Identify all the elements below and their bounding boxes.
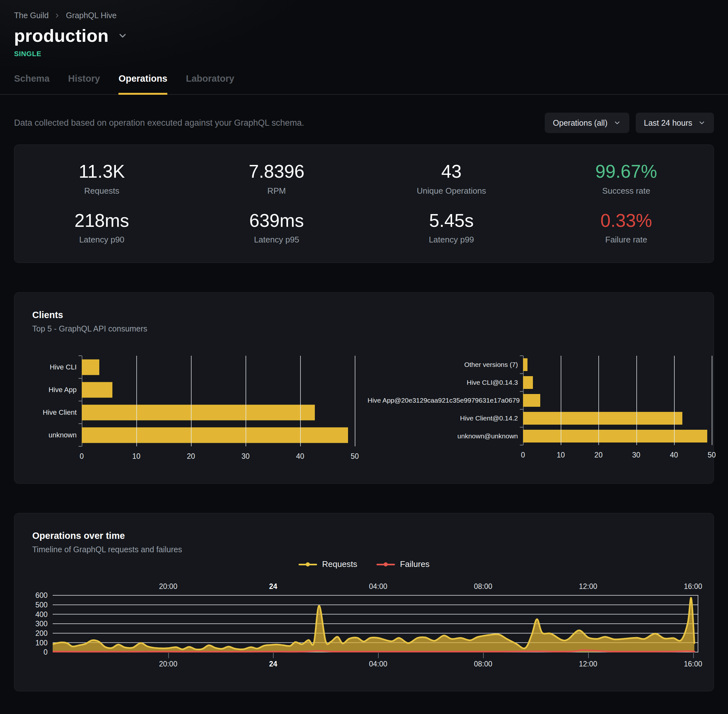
clients-subtitle: Top 5 - GraphQL API consumers: [32, 324, 696, 333]
filter-controls: Operations (all)Last 24 hours: [545, 112, 714, 133]
y-axis-labels: 0100200300400500600: [32, 593, 53, 654]
clients-by-name-chart[interactable]: Hive CLIHive AppHive Clientunknown010203…: [32, 356, 355, 465]
toolbar: Data collected based on operation execut…: [14, 112, 714, 133]
tab-laboratory[interactable]: Laboratory: [186, 74, 234, 94]
bar-category-label: Other versions (7): [367, 361, 523, 369]
stat-requests: 11.3KRequests: [14, 161, 190, 196]
bar-row: unknown@unknown: [367, 427, 712, 445]
legend-dot: [384, 562, 388, 566]
bar-category-label: Hive CLI@0.14.3: [367, 379, 523, 386]
x-axis-label: 08:00: [474, 660, 492, 668]
x-axis-tick: [168, 653, 169, 658]
bar[interactable]: [523, 412, 682, 424]
bar-gridline: [355, 356, 355, 446]
bar-track: [82, 401, 355, 424]
x-axis-bottom-labels: 20:002404:0008:0012:0016:00: [53, 654, 698, 672]
bar-x-tick-label: 30: [241, 452, 250, 460]
bar[interactable]: [82, 382, 113, 398]
stat-latency-p95: 639msLatency p95: [190, 211, 364, 245]
bar-track: [523, 392, 712, 410]
target-selector[interactable]: production: [14, 25, 714, 46]
chevron-down-icon: [614, 119, 621, 127]
bar-category-label: unknown: [32, 431, 82, 439]
tab-bar: SchemaHistoryOperationsLaboratory: [0, 74, 728, 95]
operations-filter-value: Operations (all): [553, 118, 608, 128]
bar[interactable]: [523, 358, 528, 371]
legend-marker: [299, 560, 317, 569]
bar-category-label: Hive CLI: [32, 363, 82, 371]
stat-success-rate: 99.67%Success rate: [539, 161, 714, 196]
operations-timeline-chart[interactable]: 20:002404:0008:0012:0016:000100200300400…: [32, 579, 698, 672]
timeline-plot[interactable]: [53, 593, 698, 654]
bar-x-tick-label: 20: [594, 451, 603, 459]
x-axis-label: 04:00: [369, 582, 387, 591]
tab-history[interactable]: History: [68, 74, 100, 94]
y-axis-label: 200: [35, 629, 48, 638]
y-axis-label: 100: [35, 638, 48, 647]
bar-row: unknown: [32, 424, 355, 446]
x-axis-label: 12:00: [579, 582, 597, 591]
breadcrumb-org[interactable]: The Guild: [14, 11, 48, 20]
bar-x-tick-label: 50: [350, 452, 359, 460]
bar-row: Hive CLI@0.14.3: [367, 374, 712, 392]
breadcrumb: The Guild GraphQL Hive: [14, 11, 714, 20]
bar[interactable]: [523, 430, 707, 442]
legend-item-requests[interactable]: Requests: [299, 559, 357, 569]
bar[interactable]: [82, 359, 99, 375]
requests-area: [53, 598, 695, 652]
chevron-right-icon: [54, 12, 61, 19]
bar-rows: Hive CLIHive AppHive Clientunknown: [32, 356, 355, 446]
bar-category-label: unknown@unknown: [367, 432, 523, 440]
tab-operations[interactable]: Operations: [119, 74, 167, 95]
breadcrumb-project[interactable]: GraphQL Hive: [66, 11, 117, 20]
stat-value: 11.3K: [14, 161, 190, 182]
bar[interactable]: [82, 405, 315, 420]
bar[interactable]: [82, 427, 348, 443]
bar-category-label: Hive Client@0.14.2: [367, 414, 523, 422]
page-header: The Guild GraphQL Hive production SINGLE…: [0, 0, 728, 95]
x-axis-label: 12:00: [579, 660, 597, 668]
stat-label: Latency p95: [190, 235, 364, 245]
time-range-filter-dropdown[interactable]: Last 24 hours: [636, 112, 714, 133]
x-axis-label: 24: [269, 582, 277, 591]
bar-x-tick-label: 20: [187, 452, 195, 460]
stat-value: 0.33%: [539, 211, 714, 231]
stat-label: Latency p99: [364, 235, 539, 245]
tabs: SchemaHistoryOperationsLaboratory: [14, 74, 714, 94]
clients-title: Clients: [32, 310, 696, 320]
stat-value: 5.45s: [364, 211, 539, 231]
bar-track: [82, 378, 355, 401]
operations-subtitle: Timeline of GraphQL requests and failure…: [32, 545, 696, 554]
stats-summary-card: 11.3KRequests7.8396RPM43Unique Operation…: [14, 144, 714, 263]
operations-over-time-card: Operations over time Timeline of GraphQL…: [14, 513, 714, 692]
y-axis-label: 400: [35, 610, 48, 619]
bar-track: [523, 374, 712, 392]
chart-legend: RequestsFailures: [32, 559, 696, 569]
stat-label: Success rate: [539, 186, 714, 196]
y-axis-label: 0: [44, 648, 48, 657]
main-content: Data collected based on operation execut…: [0, 112, 728, 704]
bar[interactable]: [523, 394, 540, 407]
target-type-badge: SINGLE: [14, 50, 714, 58]
bar-x-tick-label: 0: [80, 452, 84, 460]
legend-label: Requests: [322, 559, 357, 569]
clients-by-version-chart[interactable]: Other versions (7)Hive CLI@0.14.3Hive Ap…: [367, 356, 712, 465]
x-axis-tick: [483, 653, 484, 658]
legend-item-failures[interactable]: Failures: [376, 559, 429, 569]
bar-category-label: Hive App@20e3129caa921c35e9979631e17a067…: [367, 396, 523, 404]
operations-filter-dropdown[interactable]: Operations (all): [545, 112, 629, 133]
bar[interactable]: [523, 376, 533, 389]
x-axis-label: 24: [269, 660, 277, 668]
x-axis-top-labels: 20:002404:0008:0012:0016:00: [53, 579, 698, 593]
bar-row: Hive CLI: [32, 356, 355, 378]
x-axis-tick: [378, 653, 379, 658]
tab-schema[interactable]: Schema: [14, 74, 50, 94]
bar-row: Hive Client: [32, 401, 355, 424]
x-axis-label: 08:00: [474, 582, 492, 591]
bar-x-tick-label: 10: [557, 451, 565, 459]
legend-label: Failures: [400, 559, 429, 569]
bar-track: [82, 424, 355, 446]
bar-track: [523, 410, 712, 427]
stat-value: 639ms: [190, 211, 364, 231]
stat-label: Requests: [14, 186, 190, 196]
